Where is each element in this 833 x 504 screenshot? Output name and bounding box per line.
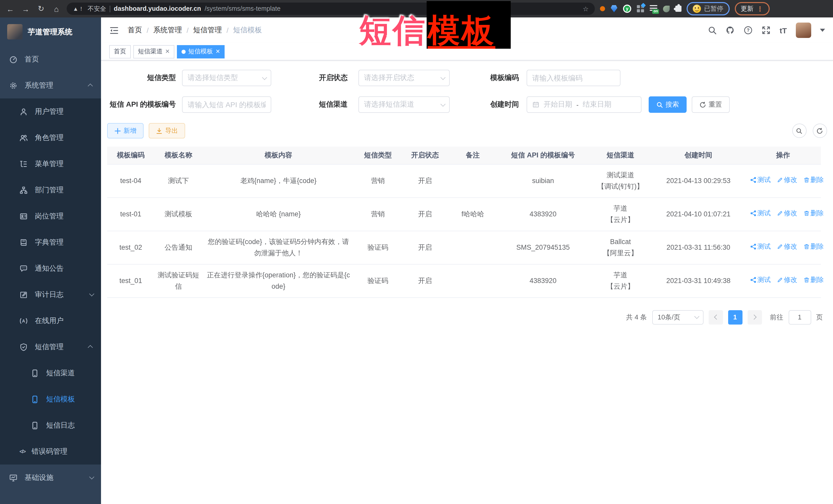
export-button[interactable]: 导出 — [149, 123, 185, 139]
add-button[interactable]: 新增 — [107, 123, 144, 139]
sidebar-item-dictionary[interactable]: 字典管理 — [0, 229, 101, 255]
edit-link[interactable]: 修改 — [777, 208, 798, 219]
reload-icon[interactable]: ↻ — [36, 4, 46, 13]
date-range-picker[interactable]: 开始日期 - 结束日期 — [527, 96, 641, 113]
sidebar-item-audit-log[interactable]: 审计日志 — [0, 282, 101, 308]
bookmark-star-icon[interactable]: ☆ — [583, 5, 589, 13]
system-submenu: 用户管理 角色管理 菜单管理 部门管理 岗位管理 — [0, 98, 101, 464]
sidebar-item-roles[interactable]: 角色管理 — [0, 125, 101, 151]
prev-page-button[interactable] — [708, 310, 723, 324]
test-link[interactable]: 测试 — [750, 241, 771, 252]
template-code-input[interactable] — [532, 74, 615, 82]
grid-extension-icon[interactable] — [637, 5, 644, 12]
sidebar-item-infrastructure[interactable]: 基础设施 — [0, 464, 101, 491]
github-icon[interactable] — [726, 26, 735, 35]
edit-link[interactable]: 修改 — [777, 175, 798, 186]
y-extension-icon[interactable]: y — [623, 5, 631, 13]
channel-select[interactable]: 请选择短信渠道 — [358, 96, 450, 113]
reset-button[interactable]: 重置 — [692, 96, 730, 113]
sidebar-item-sms-log[interactable]: 短信日志 — [0, 412, 101, 438]
sms-type-label: 短信类型 — [107, 73, 180, 82]
list-extension-icon[interactable]: on — [650, 5, 658, 12]
orange-extension-icon[interactable] — [600, 6, 605, 11]
address-bar[interactable]: ▲！ 不安全 dashboard.yudao.iocoder.cn /syste… — [67, 3, 595, 15]
kebab-menu-icon[interactable]: ⋮ — [757, 5, 763, 13]
blue-gem-extension-icon[interactable] — [611, 5, 617, 12]
sidebar-item-notices[interactable]: 通知公告 — [0, 255, 101, 282]
sidebar-item-system[interactable]: 系统管理 — [0, 72, 101, 98]
page-number-1[interactable]: 1 — [728, 310, 742, 324]
test-link[interactable]: 测试 — [750, 208, 771, 219]
col-header-created: 创建时间 — [652, 147, 745, 164]
sidebar-item-menus[interactable]: 菜单管理 — [0, 151, 101, 177]
pagination: 共 4 条 10条/页 1 前往 页 — [107, 310, 827, 324]
refresh-table-button[interactable] — [812, 124, 827, 138]
sidebar-item-posts[interactable]: 岗位管理 — [0, 203, 101, 229]
fullscreen-icon[interactable] — [762, 26, 771, 35]
sms-type-select[interactable]: 请选择短信类型 — [182, 70, 271, 86]
navbar-actions: ? tT — [708, 23, 825, 38]
table-header-row: 模板编码 模板名称 模板内容 短信类型 开启状态 备注 短信 API 的模板编号… — [107, 147, 821, 164]
screen: ← → ↻ ⌂ ▲！ 不安全 dashboard.yudao.iocoder.c… — [0, 0, 833, 504]
delete-link[interactable]: 删除 — [803, 241, 824, 252]
home-icon[interactable]: ⌂ — [51, 4, 62, 13]
sidebar-item-home[interactable]: 首页 — [0, 46, 101, 72]
forward-icon[interactable]: → — [21, 4, 31, 13]
edit-link[interactable]: 修改 — [777, 241, 798, 252]
test-link[interactable]: 测试 — [750, 275, 771, 286]
goto-page-input[interactable] — [788, 310, 811, 324]
tag-home[interactable]: 首页 — [109, 45, 131, 58]
tag-sms-template[interactable]: 短信模板 ✕ — [177, 45, 224, 58]
svg-text:A: A — [22, 318, 25, 323]
chevron-right-icon — [751, 315, 756, 320]
delete-link[interactable]: 删除 — [803, 275, 824, 286]
status-select[interactable]: 请选择开启状态 — [358, 70, 450, 86]
delete-link[interactable]: 删除 — [803, 208, 824, 219]
back-icon[interactable]: ← — [5, 4, 16, 13]
sidebar-item-departments[interactable]: 部门管理 — [0, 177, 101, 203]
sidebar-item-error-codes[interactable]: </> 错误码管理 — [0, 438, 101, 464]
app-logo-row[interactable]: 芋道管理系统 — [0, 18, 101, 46]
search-icon[interactable] — [708, 26, 717, 35]
template-code-input-wrap — [527, 70, 620, 86]
user-avatar[interactable] — [795, 23, 811, 38]
gear-icon — [9, 81, 18, 90]
search-button[interactable]: 搜索 — [649, 96, 687, 113]
page-size-select[interactable]: 10条/页 — [652, 310, 703, 324]
puzzle-extensions-icon[interactable] — [675, 6, 682, 12]
annotation-text-pink: 短信 — [359, 1, 427, 49]
api-template-id-input[interactable] — [188, 100, 266, 109]
breadcrumb-separator: / — [227, 26, 229, 34]
sidebar-item-sms[interactable]: 短信管理 — [0, 334, 101, 360]
test-link[interactable]: 测试 — [750, 175, 771, 186]
api-template-id-input-wrap — [182, 96, 271, 113]
close-icon[interactable]: ✕ — [165, 48, 170, 55]
col-header-operations: 操作 — [745, 147, 821, 164]
breadcrumb-home[interactable]: 首页 — [128, 26, 142, 35]
breadcrumb-sms[interactable]: 短信管理 — [193, 26, 222, 35]
date-separator: - — [576, 101, 579, 109]
help-icon[interactable]: ? — [744, 26, 753, 35]
edit-link[interactable]: 修改 — [777, 275, 798, 286]
show-search-toggle-button[interactable] — [792, 124, 806, 138]
search-icon — [656, 101, 663, 108]
app-title: 芋道管理系统 — [28, 27, 72, 37]
sidebar-item-online-users[interactable]: A 在线用户 — [0, 308, 101, 334]
sidebar-toggle-icon[interactable] — [109, 25, 119, 35]
trash-icon — [803, 211, 809, 217]
delete-link[interactable]: 删除 — [803, 175, 824, 186]
avatar-caret-icon[interactable] — [820, 29, 825, 32]
tag-sms-channel[interactable]: 短信渠道 ✕ — [133, 45, 174, 58]
next-page-button[interactable] — [747, 310, 762, 324]
leaf-extension-icon[interactable] — [663, 5, 670, 12]
breadcrumb-system[interactable]: 系统管理 — [153, 26, 182, 35]
sidebar-item-sms-template[interactable]: 短信模板 — [0, 386, 101, 412]
sidebar-item-users[interactable]: 用户管理 — [0, 98, 101, 125]
browser-update-chip[interactable]: 更新 ⋮ — [735, 2, 769, 16]
sidebar: 芋道管理系统 首页 系统管理 用户管理 角色管理 — [0, 18, 101, 504]
browser-profile-chip[interactable]: 已暂停 — [687, 2, 730, 16]
sidebar-item-sms-channel[interactable]: 短信渠道 — [0, 360, 101, 386]
font-size-icon[interactable]: tT — [780, 26, 787, 34]
refresh-icon — [699, 101, 706, 108]
close-icon[interactable]: ✕ — [215, 48, 220, 55]
